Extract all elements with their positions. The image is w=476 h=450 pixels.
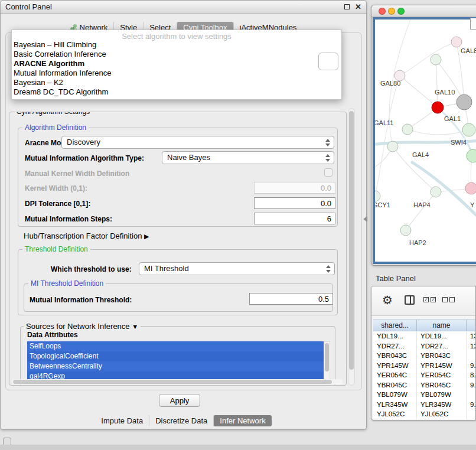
which-threshold-select[interactable]: MI Threshold: [139, 262, 335, 275]
network-node[interactable]: [431, 54, 441, 65]
network-edge: [400, 42, 457, 76]
sources-expander[interactable]: Sources for Network Inference ▼: [24, 322, 141, 331]
group-title-mi-threshold: MI Threshold Definition: [28, 279, 106, 288]
scrollbar-thumb[interactable]: [13, 380, 332, 384]
node-label: HAP2: [409, 239, 426, 246]
close-traffic-icon[interactable]: [379, 8, 386, 15]
float-window-icon[interactable]: [344, 4, 350, 9]
table-cell: [467, 351, 476, 361]
algorithm-option[interactable]: Basic Correlation Inference: [12, 50, 341, 59]
table-cell: 9.: [467, 380, 476, 390]
data-attributes-label: Data Attributes: [27, 331, 78, 339]
algorithm-option[interactable]: Bayesian – K2: [12, 78, 341, 87]
tab-infer-network[interactable]: Infer Network: [213, 415, 271, 426]
manual-kernel-checkbox[interactable]: [324, 168, 332, 177]
expand-down-icon: ▼: [132, 323, 138, 330]
minimize-traffic-icon[interactable]: [388, 8, 395, 15]
gear-icon[interactable]: ⚙: [382, 293, 393, 307]
algorithm-option[interactable]: Bayesian – Hill Climbing: [12, 40, 341, 50]
attribute-item[interactable]: TopologicalCoefficient: [27, 351, 324, 361]
column-header[interactable]: [467, 319, 476, 331]
kernel-width-label: Kernel Width (0,1):: [25, 184, 87, 193]
table-cell: YER054C: [417, 370, 467, 380]
table-toolbar: ⚙ ✓ ✓: [371, 286, 475, 316]
tab-label: Discretize Data: [155, 416, 207, 425]
zoom-traffic-icon[interactable]: [397, 8, 405, 15]
network-window-titlebar[interactable]: [371, 5, 476, 17]
mi-threshold-field[interactable]: [249, 293, 333, 305]
table-cell: YPR145W: [373, 361, 417, 371]
tab-impute-data[interactable]: Impute Data: [95, 415, 149, 426]
aracne-mode-select[interactable]: Discovery: [61, 136, 334, 149]
scrollbar-thumb[interactable]: [325, 343, 329, 371]
algorithm-options-list: Bayesian – Hill ClimbingBasic Correlatio…: [12, 40, 341, 97]
network-node[interactable]: [451, 37, 462, 47]
checked-box-icon: ✓: [423, 297, 429, 302]
table-row[interactable]: YJL052CYJL052C: [373, 409, 476, 419]
column-header[interactable]: name: [417, 319, 467, 331]
network-graph: GAL8GAL80GAL10GAL11GAL1SWI4GAL4GCY1HAP4H…: [375, 19, 476, 262]
network-node[interactable]: [465, 182, 476, 194]
network-node[interactable]: [375, 191, 380, 201]
columns-icon[interactable]: [405, 295, 415, 305]
table-cell: YER054C: [373, 370, 417, 380]
control-panel-window: Control Panel ✕ NetworkStyleSelectCyni T…: [0, 0, 367, 430]
network-node[interactable]: [467, 149, 476, 162]
algorithm-option[interactable]: Dream8 DC_TDC Algorithm: [12, 87, 341, 97]
network-canvas[interactable]: GAL8GAL80GAL10GAL11GAL1SWI4GAL4GCY1HAP4H…: [375, 19, 476, 262]
table-row[interactable]: YDR27...YDR27...12: [373, 341, 476, 351]
table-cell: YBL079W: [373, 390, 417, 400]
select-all-icon[interactable]: ✓ ✓: [423, 297, 436, 302]
network-node[interactable]: [462, 123, 475, 136]
tab-discretize-data[interactable]: Discretize Data: [149, 415, 213, 426]
table-row[interactable]: YBR045CYBR045C9.: [373, 380, 476, 390]
network-node[interactable]: [431, 187, 441, 197]
table-row[interactable]: YLR345WYLR345W9.: [373, 400, 476, 410]
table-cell: YBR045C: [417, 380, 467, 390]
network-node[interactable]: [457, 94, 472, 110]
attribute-item[interactable]: SelfLoops: [27, 341, 324, 351]
attribute-item[interactable]: BetweennessCentrality: [27, 361, 324, 371]
network-node[interactable]: [402, 124, 413, 135]
mi-algorithm-type-select[interactable]: Naive Bayes: [162, 151, 334, 164]
network-node[interactable]: [432, 102, 444, 113]
network-edge: [400, 76, 438, 107]
close-icon[interactable]: ✕: [355, 3, 361, 11]
node-label: GAL1: [444, 115, 461, 122]
settings-vertical-scrollbar: [348, 108, 355, 386]
unchecked-box-icon: [449, 297, 455, 302]
hub-definition-expander[interactable]: Hub/Transcription Factor Definition ▶: [24, 231, 149, 240]
column-header[interactable]: shared...: [373, 319, 417, 331]
network-node[interactable]: [400, 225, 411, 236]
group-title-threshold-definition: Threshold Definition: [22, 245, 90, 253]
settings-horizontal-scrollbar: [12, 379, 343, 384]
hub-definition-label: Hub/Transcription Factor Definition: [24, 231, 142, 240]
scrollbar-thumb[interactable]: [349, 111, 354, 370]
window-title: Control Panel: [5, 2, 52, 11]
table-cell: YBR043C: [373, 351, 417, 361]
data-attributes-list[interactable]: SelfLoopsTopologicalCoefficientBetweenne…: [27, 341, 324, 384]
apply-button[interactable]: Apply: [159, 394, 200, 407]
group-title-algorithm-definition: Algorithm Definition: [22, 123, 89, 132]
deselect-all-icon[interactable]: [442, 297, 455, 302]
panel-collapse-arrow-icon[interactable]: [363, 216, 367, 222]
algorithm-option[interactable]: ARACNE Algorithm: [12, 59, 341, 69]
network-edge: [375, 76, 400, 196]
table-row[interactable]: YER054CYER054C8.: [373, 370, 476, 380]
aracne-mode-value: Discovery: [67, 138, 100, 146]
network-view-frame: GAL8GAL80GAL10GAL11GAL1SWI4GAL4GCY1HAP4H…: [373, 17, 476, 264]
control-panel-titlebar[interactable]: Control Panel ✕: [1, 1, 366, 14]
group-title-cyni-settings: Cyni Algorithm Settings: [14, 112, 92, 116]
algorithm-option[interactable]: Mutual Information Inference: [12, 69, 341, 78]
table-row[interactable]: YPR145WYPR145W9.: [373, 361, 476, 371]
algorithm-combo-stepper[interactable]: [318, 53, 338, 70]
network-node[interactable]: [387, 141, 398, 152]
table-cell: YDL19...: [417, 331, 467, 341]
mi-threshold-label: Mutual Information Threshold:: [30, 296, 132, 304]
table-row[interactable]: YDL19...YDL19...13: [373, 331, 476, 341]
mi-steps-field[interactable]: [254, 213, 335, 224]
dpi-tolerance-field[interactable]: [254, 197, 335, 209]
table-row[interactable]: YBL079WYBL079W: [373, 390, 476, 400]
table-row[interactable]: YBR043CYBR043C: [373, 351, 476, 361]
kernel-width-field[interactable]: [254, 182, 335, 194]
